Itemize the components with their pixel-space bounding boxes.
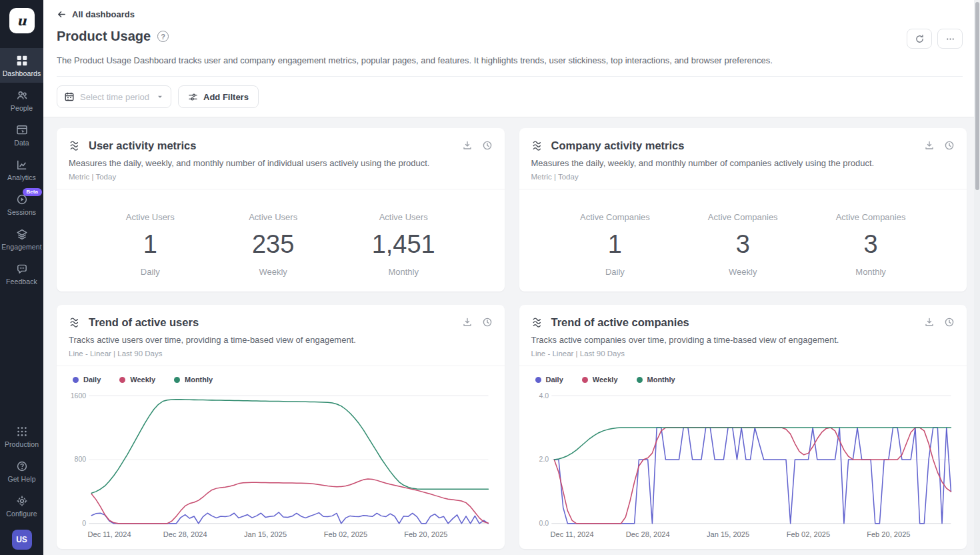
sidebar-item-label: People	[11, 104, 33, 112]
svg-text:Jan 15, 2025: Jan 15, 2025	[244, 530, 287, 538]
active-companies-line-chart[interactable]: 0.02.04.0Dec 11, 2024Dec 28, 2024Jan 15,…	[531, 386, 955, 541]
download-icon[interactable]	[924, 317, 935, 328]
svg-text:0: 0	[82, 519, 86, 527]
svg-text:Dec 11, 2024: Dec 11, 2024	[550, 530, 593, 538]
card-user-activity-metrics: User activity metrics Measures the daily…	[57, 128, 505, 292]
metric-value: 1,451	[372, 230, 435, 259]
metric-weekly-active-companies: Active Companies 3 Weekly	[708, 212, 778, 277]
card-meta: Line - Linear | Last 90 Days	[531, 350, 955, 358]
legend-dot	[119, 377, 125, 383]
more-options-button[interactable]	[937, 29, 963, 49]
svg-text:Feb 20, 2025: Feb 20, 2025	[867, 530, 910, 538]
clock-icon[interactable]	[482, 317, 493, 328]
download-icon[interactable]	[462, 140, 473, 151]
legend-label: Monthly	[647, 376, 675, 384]
metric-label: Active Users	[379, 212, 428, 222]
help-circle-icon	[15, 460, 29, 473]
metric-period: Monthly	[388, 267, 419, 277]
help-icon[interactable]: ?	[157, 31, 169, 42]
download-icon[interactable]	[924, 140, 935, 151]
sidebar-item-sessions[interactable]: Beta Sessions	[0, 187, 43, 221]
card-description: Tracks active users over time, providing…	[69, 335, 493, 345]
user-avatar[interactable]: US	[12, 530, 32, 550]
scrollbar-thumb[interactable]	[975, 2, 979, 190]
app-logo[interactable]: u	[9, 8, 35, 33]
sidebar-item-production[interactable]: Production	[0, 419, 43, 454]
production-grid-icon	[15, 425, 29, 438]
sidebar-item-dashboards[interactable]: Dashboards	[0, 48, 43, 83]
card-trend-of-active-users: Trend of active users Tracks active user…	[57, 305, 505, 549]
card-meta: Metric | Today	[69, 173, 493, 181]
legend-label: Daily	[83, 376, 101, 384]
legend-item-monthly[interactable]: Monthly	[637, 376, 675, 384]
legend-label: Daily	[546, 376, 563, 384]
legend-item-daily[interactable]: Daily	[535, 376, 563, 384]
active-users-line-chart[interactable]: 08001600Dec 11, 2024Dec 28, 2024Jan 15, …	[69, 386, 493, 541]
sidebar-item-configure[interactable]: Configure	[0, 488, 43, 523]
card-title: User activity metrics	[89, 139, 196, 152]
download-icon[interactable]	[462, 317, 473, 328]
back-label: All dashboards	[72, 9, 135, 19]
sidebar-nav: Dashboards People Data Analytics	[0, 48, 43, 291]
beta-badge: Beta	[23, 188, 42, 196]
refresh-button[interactable]	[907, 29, 932, 49]
card-description: Tracks active companies over time, provi…	[531, 335, 955, 345]
clock-icon[interactable]	[944, 140, 955, 151]
trend-waves-icon	[69, 316, 82, 329]
metric-label: Active Companies	[836, 212, 906, 222]
metric-value: 235	[252, 230, 294, 259]
card-meta: Line - Linear | Last 90 Days	[69, 350, 493, 358]
clock-icon[interactable]	[482, 140, 493, 151]
legend-item-weekly[interactable]: Weekly	[582, 376, 618, 384]
svg-text:Jan 15, 2025: Jan 15, 2025	[707, 530, 749, 538]
page-title: Product Usage	[57, 29, 151, 44]
metric-value: 1	[143, 230, 157, 259]
metric-value: 3	[863, 230, 877, 259]
legend-dot	[73, 377, 79, 383]
svg-text:Feb 20, 2025: Feb 20, 2025	[404, 530, 447, 538]
metric-label: Active Users	[249, 212, 297, 222]
svg-text:2.0: 2.0	[539, 455, 549, 463]
chevron-down-icon	[156, 93, 164, 101]
legend-dot	[637, 377, 643, 383]
legend-dot	[582, 377, 588, 383]
legend-label: Monthly	[185, 376, 213, 384]
sidebar-item-people[interactable]: People	[0, 83, 43, 117]
metric-period: Weekly	[259, 267, 287, 277]
page-scrollbar[interactable]	[974, 0, 980, 555]
back-to-dashboards-link[interactable]: All dashboards	[57, 9, 135, 19]
metric-monthly-active-companies: Active Companies 3 Monthly	[836, 212, 906, 277]
sidebar-item-get-help[interactable]: Get Help	[0, 454, 43, 488]
clock-icon[interactable]	[944, 317, 955, 328]
card-title: Company activity metrics	[551, 139, 685, 152]
legend-label: Weekly	[130, 376, 155, 384]
main-area: All dashboards Product Usage ? The Produ…	[43, 0, 980, 555]
metric-label: Active Companies	[580, 212, 650, 222]
svg-text:1600: 1600	[71, 392, 87, 400]
sidebar-item-feedback[interactable]: Feedback	[0, 256, 43, 291]
sidebar: u Dashboards People Data	[0, 0, 43, 555]
app-root: u Dashboards People Data	[0, 0, 980, 555]
legend-item-weekly[interactable]: Weekly	[119, 376, 155, 384]
sidebar-item-analytics[interactable]: Analytics	[0, 152, 43, 187]
ellipsis-icon	[945, 34, 955, 44]
feedback-chat-icon	[15, 262, 29, 275]
metric-value: 1	[608, 230, 622, 259]
add-filters-button[interactable]: Add Filters	[178, 85, 259, 108]
card-title: Trend of active companies	[551, 316, 689, 329]
sidebar-item-label: Data	[14, 139, 29, 147]
card-trend-of-active-companies: Trend of active companies Tracks active …	[519, 305, 967, 549]
card-company-activity-metrics: Company activity metrics Measures the da…	[519, 128, 967, 292]
filter-bar: Select time period Add Filters	[43, 77, 980, 117]
card-description: Measures the daily, weekly, and monthly …	[69, 158, 493, 168]
sidebar-item-engagement[interactable]: Engagement	[0, 221, 43, 256]
sessions-play-icon: Beta	[15, 193, 29, 206]
legend-item-daily[interactable]: Daily	[73, 376, 101, 384]
trend-waves-icon	[531, 316, 545, 329]
legend-item-monthly[interactable]: Monthly	[174, 376, 213, 384]
svg-text:800: 800	[75, 455, 87, 463]
sidebar-item-data[interactable]: Data	[0, 117, 43, 152]
time-period-select[interactable]: Select time period	[57, 85, 171, 108]
legend-label: Weekly	[593, 376, 618, 384]
svg-text:4.0: 4.0	[539, 392, 549, 400]
